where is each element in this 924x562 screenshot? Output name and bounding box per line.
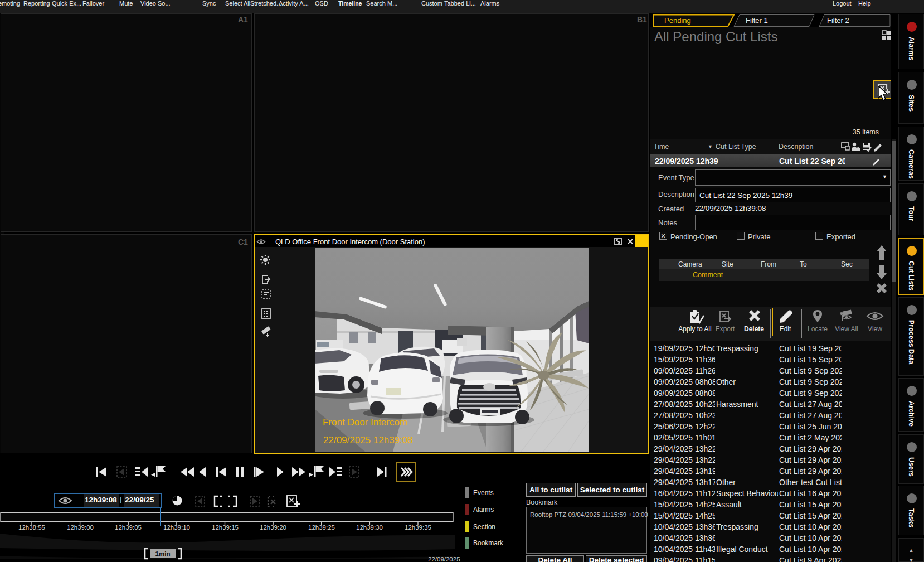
svg-text:Front Door Intercom: Front Door Intercom (323, 417, 407, 428)
svg-text:22/09/2025 12h39:08: 22/09/2025 12h39:08 (323, 435, 413, 445)
